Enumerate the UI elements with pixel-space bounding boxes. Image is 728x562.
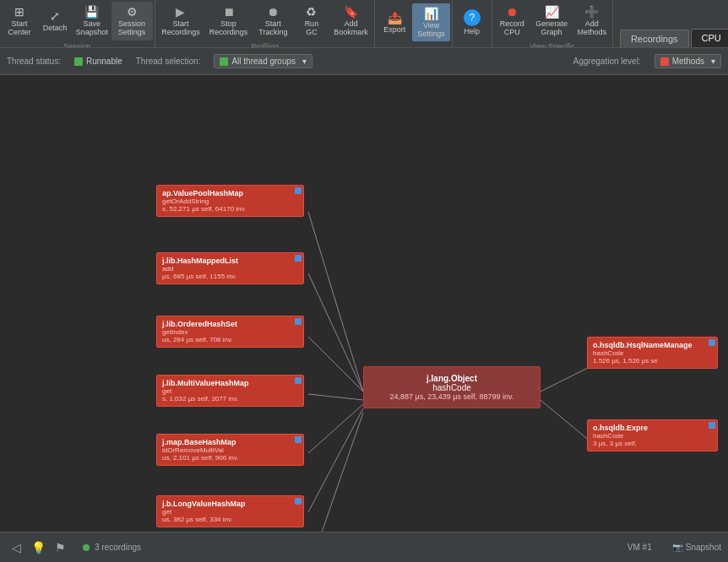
agg-level-dropdown[interactable]: Methods ▾ (655, 54, 721, 68)
thread-selection-dropdown[interactable]: All thread groups ▾ (214, 54, 312, 68)
tab-recordings[interactable]: Recordings (620, 30, 689, 47)
node-4[interactable]: j.lib.MultiValueHashMap get s, 1,032 µs … (156, 375, 304, 407)
tab-cpu[interactable]: CPU (691, 29, 728, 47)
status-left-nav[interactable]: ◁ 💡 ⚑ (7, 538, 69, 557)
start-center-button[interactable]: ⊞ Start Center (2, 2, 37, 41)
graph-area[interactable]: ap.ValuePoolHashMap getOrAddString s, 52… (0, 75, 728, 532)
node-corner-r1 (709, 339, 715, 346)
graph-canvas: ap.ValuePoolHashMap getOrAddString s, 52… (0, 75, 728, 532)
node-3[interactable]: j.lib.OrderedHashSet getIndex us, 284 µs… (156, 316, 304, 348)
svg-line-7 (541, 366, 591, 392)
node-corner-5 (295, 436, 302, 443)
thread-status-value[interactable]: Runnable (74, 57, 122, 66)
record-cpu-button[interactable]: ⏺ Record CPU (494, 2, 530, 41)
svg-line-2 (308, 337, 363, 392)
methods-icon (660, 57, 669, 66)
node-corner-2 (295, 255, 302, 262)
svg-line-5 (308, 408, 363, 512)
profiling-group-label: Profiling (155, 42, 375, 48)
chevron-down-icon-2: ▾ (711, 57, 715, 66)
all-groups-icon (220, 57, 228, 66)
toolbar-group-profiling: ▶ Start Recordings ⏹ Stop Recordings ⏺ S… (155, 0, 376, 47)
runnable-indicator (74, 57, 83, 66)
save-snapshot-button[interactable]: 💾 Save Snapshot (73, 2, 111, 41)
nav-bookmark-button[interactable]: 💡 (29, 538, 47, 557)
toolbar-group-view-specific: ⏺ Record CPU 📈 Generate Graph ➕ Add Meth… (492, 0, 613, 47)
snapshot-button[interactable]: 📷 Snapshot (672, 543, 721, 552)
detach-button[interactable]: ⤢ Detach (37, 6, 73, 36)
node-2[interactable]: j.lib.HashMappedList add µs, 685 µs self… (156, 252, 304, 284)
help-button[interactable]: ? Help (454, 6, 490, 40)
node-corner-1 (295, 187, 302, 194)
center-node-title: j.lang.Object (372, 374, 531, 383)
center-node-sub2: 24,887 µs, 23,439 µs self, 88799 inv. (372, 392, 531, 401)
thread-selection-label: Thread selection: (136, 57, 201, 66)
node-6[interactable]: j.b.LongValueHashMap get us, 382 µs self… (156, 495, 304, 527)
run-gc-button[interactable]: ♻ Run GC (294, 2, 329, 41)
recordings-status: 3 recordings (83, 543, 141, 552)
export-group-label (375, 45, 452, 47)
recordings-dot (83, 544, 90, 551)
start-recordings-button[interactable]: ▶ Start Recordings (157, 2, 205, 41)
nav-back-button[interactable]: ◁ (7, 538, 25, 557)
chevron-down-icon: ▾ (302, 57, 307, 66)
camera-icon: 📷 (672, 543, 682, 552)
help-group-label (453, 45, 492, 47)
node-corner-r2 (709, 422, 715, 429)
svg-line-0 (308, 212, 363, 392)
svg-line-6 (308, 413, 363, 532)
vm-label: VM #1 (627, 543, 652, 552)
agg-level-label: Aggregation level: (573, 57, 641, 66)
center-node[interactable]: j.lang.Object hashCode 24,887 µs, 23,439… (363, 366, 541, 408)
view-settings-button[interactable]: 📊 View Settings (412, 3, 450, 42)
toolbar-group-help: ? Help (453, 0, 492, 47)
thread-bar: Thread status: Runnable Thread selection… (0, 48, 728, 75)
svg-line-8 (541, 400, 591, 442)
node-corner-3 (295, 318, 302, 325)
add-methods-button[interactable]: ➕ Add Methods (573, 2, 611, 41)
generate-graph-button[interactable]: 📈 Generate Graph (530, 2, 573, 41)
session-group-label: Session (0, 42, 155, 48)
svg-line-4 (308, 404, 363, 453)
main-panel: Thread status: Runnable Thread selection… (0, 48, 728, 532)
toolbar-group-export: 📤 Export 📊 View Settings (375, 0, 453, 47)
view-specific-label: View Specific (492, 42, 612, 48)
thread-status-label: Thread status: (7, 57, 61, 66)
right-node-2[interactable]: o.hsqldb.Expre hashCode 3 µs, 3 µs self, (587, 419, 718, 451)
tab-area: Recordings CPU (617, 0, 728, 47)
export-button[interactable]: 📤 Export (377, 8, 412, 38)
center-node-sub1: hashCode (372, 383, 531, 392)
statusbar: ◁ 💡 ⚑ 3 recordings VM #1 📷 Snapshot (0, 532, 728, 562)
nav-flag-button[interactable]: ⚑ (51, 538, 69, 557)
node-1[interactable]: ap.ValuePoolHashMap getOrAddString s, 52… (156, 185, 304, 217)
node-corner-6 (295, 498, 302, 505)
node-5[interactable]: j.map.BaseHashMap ldOrRemoveMultiVal us,… (156, 434, 304, 466)
start-tracking-button[interactable]: ⏺ Start Tracking (253, 2, 294, 41)
stop-recordings-button[interactable]: ⏹ Stop Recordings (204, 2, 252, 41)
svg-line-1 (308, 273, 363, 392)
svg-line-3 (308, 394, 363, 400)
session-settings-button[interactable]: ⚙ Session Settings (111, 2, 153, 41)
toolbar-group-session: ⊞ Start Center ⤢ Detach 💾 Save Snapshot … (0, 0, 155, 47)
add-bookmark-button[interactable]: 🔖 Add Bookmark (329, 2, 372, 41)
right-node-1[interactable]: o.hsqldb.HsqlNameManage hashCode 1,526 µ… (587, 337, 718, 369)
node-corner-4 (295, 377, 302, 384)
